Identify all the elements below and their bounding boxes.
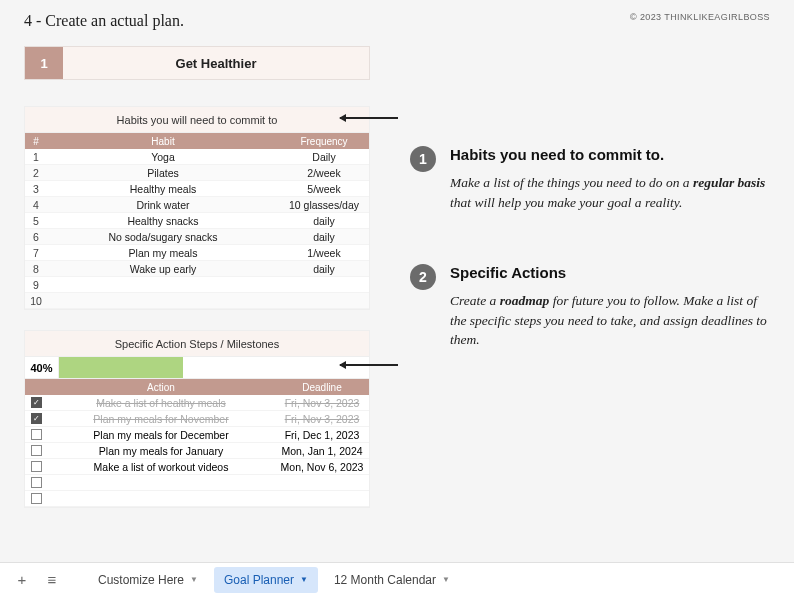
tab-customize[interactable]: Customize Here▼	[88, 567, 208, 593]
row-num: 5	[25, 215, 47, 227]
col-freq: Frequency	[279, 136, 369, 147]
add-sheet-button[interactable]: +	[10, 571, 34, 588]
freq-cell: 1/week	[279, 247, 369, 259]
habit-cell: Healthy meals	[47, 183, 279, 195]
habit-cell: No soda/sugary snacks	[47, 231, 279, 243]
habit-cell: Plan my meals	[47, 247, 279, 259]
action-cell: Plan my meals for November	[47, 413, 275, 425]
row-num: 3	[25, 183, 47, 195]
row-num: 8	[25, 263, 47, 275]
actions-header-row: Action Deadline	[25, 379, 369, 395]
checkbox[interactable]	[31, 477, 42, 488]
row-num: 1	[25, 151, 47, 163]
callout: 2Specific ActionsCreate a roadmap for fu…	[410, 264, 770, 350]
goal-title: Get Healthier	[63, 47, 369, 79]
checkbox[interactable]	[31, 493, 42, 504]
freq-cell: daily	[279, 215, 369, 227]
callout-text: Make a list of the things you need to do…	[450, 173, 770, 212]
callout-title: Specific Actions	[450, 264, 770, 281]
table-row[interactable]: 10	[25, 293, 369, 309]
table-row[interactable]: 1YogaDaily	[25, 149, 369, 165]
action-cell: Make a list of workout videos	[47, 461, 275, 473]
callout-number: 1	[410, 146, 436, 172]
freq-cell: daily	[279, 263, 369, 275]
progress-label: 40%	[25, 357, 59, 378]
arrow-icon	[340, 364, 398, 366]
row-num: 2	[25, 167, 47, 179]
habit-cell: Wake up early	[47, 263, 279, 275]
table-row[interactable]: 9	[25, 277, 369, 293]
chevron-down-icon: ▼	[190, 575, 198, 584]
col-num: #	[25, 136, 47, 147]
progress-fill	[59, 357, 183, 378]
table-row[interactable]: Plan my meals for DecemberFri, Dec 1, 20…	[25, 427, 369, 443]
all-sheets-button[interactable]: ≡	[40, 571, 64, 588]
table-row[interactable]: 7Plan my meals1/week	[25, 245, 369, 261]
arrow-icon	[340, 117, 398, 119]
habit-cell: Drink water	[47, 199, 279, 211]
table-row[interactable]	[25, 491, 369, 507]
callout-number: 2	[410, 264, 436, 290]
table-row[interactable]: Plan my meals for JanuaryMon, Jan 1, 202…	[25, 443, 369, 459]
habit-cell: Healthy snacks	[47, 215, 279, 227]
checkbox[interactable]	[31, 445, 42, 456]
table-row[interactable]: 4Drink water10 glasses/day	[25, 197, 369, 213]
col-habit: Habit	[47, 136, 279, 147]
freq-cell: Daily	[279, 151, 369, 163]
sheet-tabs: + ≡ Customize Here▼ Goal Planner▼ 12 Mon…	[0, 562, 794, 596]
progress-bar	[59, 357, 369, 378]
deadline-cell: Fri, Nov 3, 2023	[275, 413, 369, 425]
table-row[interactable]: 5Healthy snacksdaily	[25, 213, 369, 229]
col-deadline: Deadline	[275, 382, 369, 393]
callout: 1Habits you need to commit to.Make a lis…	[410, 146, 770, 212]
table-row[interactable]	[25, 475, 369, 491]
callout-text: Create a roadmap for future you to follo…	[450, 291, 770, 350]
table-row[interactable]: ✓Make a list of healthy mealsFri, Nov 3,…	[25, 395, 369, 411]
goal-number: 1	[25, 47, 63, 79]
table-row[interactable]: 6No soda/sugary snacksdaily	[25, 229, 369, 245]
tab-label: 12 Month Calendar	[334, 573, 436, 587]
action-cell: Plan my meals for January	[47, 445, 275, 457]
habit-cell: Yoga	[47, 151, 279, 163]
row-num: 10	[25, 295, 47, 307]
goal-header: 1 Get Healthier	[24, 46, 370, 80]
checkbox[interactable]	[31, 429, 42, 440]
row-num: 6	[25, 231, 47, 243]
table-row[interactable]: 3Healthy meals5/week	[25, 181, 369, 197]
deadline-cell: Fri, Dec 1, 2023	[275, 429, 369, 441]
chevron-down-icon: ▼	[300, 575, 308, 584]
callout-title: Habits you need to commit to.	[450, 146, 770, 163]
tab-goal-planner[interactable]: Goal Planner▼	[214, 567, 318, 593]
deadline-cell: Mon, Jan 1, 2024	[275, 445, 369, 457]
page-title: 4 - Create an actual plan.	[24, 12, 184, 30]
checkbox[interactable]: ✓	[31, 413, 42, 424]
col-action: Action	[47, 382, 275, 393]
action-cell: Make a list of healthy meals	[47, 397, 275, 409]
habits-header-row: # Habit Frequency	[25, 133, 369, 149]
row-num: 7	[25, 247, 47, 259]
table-row[interactable]: ✓Plan my meals for NovemberFri, Nov 3, 2…	[25, 411, 369, 427]
freq-cell: 2/week	[279, 167, 369, 179]
checkbox[interactable]: ✓	[31, 397, 42, 408]
freq-cell: 5/week	[279, 183, 369, 195]
copyright: © 2023 THINKLIKEAGIRLBOSS	[630, 12, 770, 22]
freq-cell: 10 glasses/day	[279, 199, 369, 211]
deadline-cell: Mon, Nov 6, 2023	[275, 461, 369, 473]
row-num: 9	[25, 279, 47, 291]
action-cell: Plan my meals for December	[47, 429, 275, 441]
row-num: 4	[25, 199, 47, 211]
table-row[interactable]: 2Pilates2/week	[25, 165, 369, 181]
tab-label: Customize Here	[98, 573, 184, 587]
deadline-cell: Fri, Nov 3, 2023	[275, 397, 369, 409]
checkbox[interactable]	[31, 461, 42, 472]
table-row[interactable]: 8Wake up earlydaily	[25, 261, 369, 277]
freq-cell: daily	[279, 231, 369, 243]
chevron-down-icon: ▼	[442, 575, 450, 584]
habits-section: Habits you will need to commit to # Habi…	[24, 106, 370, 310]
actions-section-title: Specific Action Steps / Milestones	[25, 331, 369, 357]
habit-cell: Pilates	[47, 167, 279, 179]
actions-section: Specific Action Steps / Milestones 40% A…	[24, 330, 370, 508]
table-row[interactable]: Make a list of workout videosMon, Nov 6,…	[25, 459, 369, 475]
habits-section-title: Habits you will need to commit to	[25, 107, 369, 133]
tab-calendar[interactable]: 12 Month Calendar▼	[324, 567, 460, 593]
